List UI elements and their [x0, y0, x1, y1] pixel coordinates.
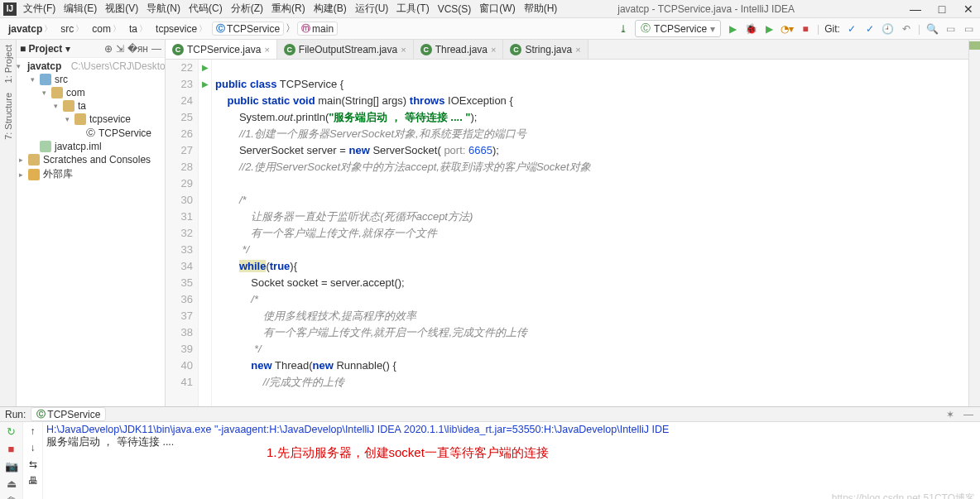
tree-file[interactable]: javatcp.iml	[17, 140, 165, 153]
git-label: Git:	[824, 23, 840, 35]
editor-tab[interactable]: CFileOutputStream.java×	[277, 40, 414, 59]
editor-area: CTCPService.java×CFileOutputStream.java×…	[166, 40, 968, 406]
code-lines[interactable]: public class TCPService { public static …	[212, 60, 968, 406]
up-icon[interactable]: ↑	[31, 425, 36, 437]
gear-icon[interactable]: �ян	[127, 43, 148, 55]
git-revert-icon[interactable]: ↶	[900, 22, 913, 36]
run-tool-window: Run: ⒸTCPService ✶ — ↻ ■ 📷 ⏏ 🗑 ↑ ↓ ⇆ 🖶 H…	[0, 406, 980, 499]
run-config-tab[interactable]: ⒸTCPService	[31, 407, 106, 421]
tab-label: FileOutputStream.java	[299, 44, 397, 55]
editor-tabs: CTCPService.java×CFileOutputStream.java×…	[166, 40, 968, 60]
menu-refactor[interactable]: 重构(R)	[270, 2, 307, 16]
run-console[interactable]: H:\JavaDevelop\JDK11\bin\java.exe "-java…	[43, 422, 980, 499]
menu-navigate[interactable]: 导航(N)	[145, 2, 182, 16]
stop-icon[interactable]: ■	[8, 443, 15, 455]
editor-tab[interactable]: CTCPService.java×	[166, 40, 277, 59]
tab-label: String.java	[525, 44, 572, 55]
breadcrumb-item[interactable]: javatcp 〉	[5, 23, 55, 35]
gear-icon[interactable]: ✶	[944, 408, 957, 421]
more-icon[interactable]: ▭	[962, 22, 975, 36]
project-pane: ■ Project ▾ ⊕ ⇲ �ян — ▾javatcp C:\Users\…	[17, 40, 166, 406]
right-marker-bar[interactable]	[968, 40, 980, 406]
debug-icon[interactable]: 🐞	[744, 22, 757, 36]
rerun-icon[interactable]: ↻	[7, 425, 16, 438]
status-marker	[969, 41, 980, 50]
menu-edit[interactable]: 编辑(E)	[62, 2, 98, 16]
delete-icon[interactable]: 🗑	[6, 495, 17, 499]
close-icon[interactable]: ×	[401, 45, 406, 55]
hide-icon[interactable]: —	[151, 43, 161, 55]
menu-help[interactable]: 帮助(H)	[522, 2, 560, 16]
left-tool-strip: 1: Project 7: Structure	[0, 40, 17, 406]
tree-folder[interactable]: ▾tcpsevice	[17, 113, 165, 126]
minimize-button[interactable]: —	[907, 2, 924, 16]
main-toolbar: ⤓ Ⓒ TCPService ▾ ▶ 🐞 ▶ ◔▾ ■ | Git: ✓ ✓ 🕘…	[617, 20, 975, 37]
breadcrumb-sep: 〉	[286, 22, 295, 36]
menu-file[interactable]: 文件(F)	[22, 2, 57, 16]
breadcrumb-item[interactable]: src 〉	[57, 23, 87, 35]
menu-view[interactable]: 视图(V)	[103, 2, 140, 16]
breadcrumb-item[interactable]: ta 〉	[126, 23, 151, 35]
tab-label: TCPService.java	[187, 44, 261, 55]
exit-icon[interactable]: ⏏	[7, 477, 17, 490]
run-gutter[interactable]: ▶▶	[199, 60, 212, 406]
project-view-selector[interactable]: ■ Project ▾	[20, 43, 70, 55]
run-label: Run:	[5, 409, 26, 420]
soft-wrap-icon[interactable]: ⇆	[29, 458, 37, 470]
run-icon[interactable]: ▶	[726, 22, 739, 36]
search-icon[interactable]: 🔍	[925, 22, 939, 36]
expand-all-icon[interactable]: ⇲	[116, 43, 124, 55]
menu-code[interactable]: 代码(C)	[187, 2, 224, 16]
class-icon: C	[284, 44, 295, 55]
code-editor[interactable]: 2223242526272829303132333435363738394041…	[166, 60, 968, 406]
tree-folder[interactable]: ▾src	[17, 73, 165, 86]
dump-icon[interactable]: 📷	[5, 460, 18, 473]
profile-icon[interactable]: ◔▾	[781, 22, 794, 36]
print-icon[interactable]: 🖶	[28, 475, 38, 487]
chevron-down-icon: ▾	[710, 23, 715, 35]
close-icon[interactable]: ×	[575, 45, 580, 55]
app-logo: IJ	[3, 2, 17, 16]
line-number-gutter[interactable]: 2223242526272829303132333435363738394041	[166, 60, 199, 406]
breadcrumb-item[interactable]: tcpsevice 〉	[152, 23, 210, 35]
tree-scratches[interactable]: ▸Scratches and Consoles	[17, 153, 165, 166]
build-icon[interactable]: ⤓	[617, 22, 630, 36]
project-tree[interactable]: ▾javatcp C:\Users\CRJ\Deskto ▾src ▾com ▾…	[17, 58, 165, 184]
ide-settings-icon[interactable]: ▭	[944, 22, 957, 36]
tree-folder[interactable]: ▾ta	[17, 99, 165, 113]
breadcrumb-method[interactable]: ⓜmain	[297, 22, 338, 36]
coverage-icon[interactable]: ▶	[762, 22, 776, 36]
menu-analyze[interactable]: 分析(Z)	[229, 2, 265, 16]
git-history-icon[interactable]: 🕘	[882, 22, 895, 36]
tool-tab-project[interactable]: 1: Project	[2, 40, 15, 88]
window-title: javatcp - TCPService.java - IntelliJ IDE…	[617, 3, 795, 15]
git-update-icon[interactable]: ✓	[863, 22, 877, 36]
menu-vcs[interactable]: VCS(S)	[436, 3, 473, 15]
console-command-line: H:\JavaDevelop\JDK11\bin\java.exe "-java…	[46, 424, 977, 435]
run-config-selector[interactable]: Ⓒ TCPService ▾	[635, 20, 721, 37]
hide-icon[interactable]: —	[962, 408, 975, 421]
tool-tab-structure[interactable]: 7: Structure	[2, 88, 15, 145]
editor-tab[interactable]: CString.java×	[503, 40, 588, 59]
tree-external-libs[interactable]: ▸外部库	[17, 166, 165, 182]
stop-icon[interactable]: ■	[799, 22, 812, 36]
close-button[interactable]: ✕	[960, 2, 977, 16]
tree-project-root[interactable]: ▾javatcp C:\Users\CRJ\Deskto	[17, 60, 165, 73]
watermark: https://blog.csdn.net 51CTO博客	[832, 492, 975, 499]
menu-tools[interactable]: 工具(T)	[395, 2, 430, 16]
git-commit-icon[interactable]: ✓	[845, 22, 858, 36]
tree-folder[interactable]: ▾com	[17, 86, 165, 99]
tree-file[interactable]: ⒸTCPService	[17, 126, 165, 140]
menu-window[interactable]: 窗口(W)	[478, 2, 516, 16]
class-icon: C	[510, 44, 521, 55]
select-opened-file-icon[interactable]: ⊕	[104, 43, 113, 55]
breadcrumb-item[interactable]: com 〉	[89, 23, 124, 35]
menu-build[interactable]: 构建(B)	[312, 2, 348, 16]
maximize-button[interactable]: □	[934, 2, 950, 16]
down-icon[interactable]: ↓	[31, 442, 36, 453]
menu-run[interactable]: 运行(U)	[353, 2, 391, 16]
close-icon[interactable]: ×	[264, 45, 269, 55]
breadcrumb-class[interactable]: ⒸTCPService	[212, 22, 284, 36]
editor-tab[interactable]: CThread.java×	[414, 40, 504, 59]
close-icon[interactable]: ×	[491, 45, 496, 55]
